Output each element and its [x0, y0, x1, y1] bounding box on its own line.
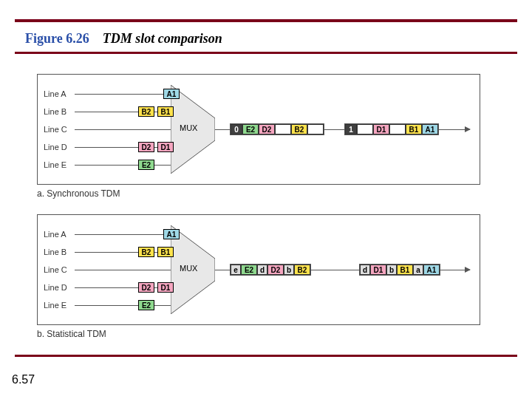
wire [75, 234, 178, 235]
slot-b2: B2 [138, 247, 154, 257]
cell: D1 [373, 124, 389, 134]
cell-empty [389, 124, 406, 134]
cell: D1 [370, 265, 386, 275]
title-underline [15, 52, 517, 54]
addr: b [386, 265, 397, 275]
panel-statistical-tdm: Line A A1 Line B B2 B1 Line C Line D D2 … [37, 214, 480, 325]
panel-b-caption: b. Statistical TDM [37, 329, 106, 339]
line-c-label: Line C [44, 265, 75, 274]
cell-empty [275, 124, 291, 134]
frame-a-0: 0 E2 D2 B2 [230, 123, 324, 135]
slot-e2: E2 [138, 160, 154, 170]
addr: d [257, 265, 267, 275]
slot-a1: A1 [163, 89, 180, 99]
line-b-row: Line B B2 B1 [44, 103, 180, 120]
frame-b-1: e E2 d D2 b B2 [230, 264, 311, 276]
slot-d2: D2 [138, 282, 154, 293]
frame-a-1: 1 D1 B1 A1 [344, 123, 439, 135]
line-b-label: Line B [44, 107, 75, 116]
cell: D2 [259, 124, 275, 134]
line-c-row: Line C [44, 120, 180, 138]
line-c-row: Line C [44, 261, 180, 279]
line-d-label: Line D [44, 143, 75, 151]
page-number: 6.57 [12, 373, 35, 386]
cell: D2 [267, 265, 284, 275]
panel-synchronous-tdm: Line A A1 Line B B2 B1 Line C Line D D2 … [37, 74, 480, 185]
slot-e2: E2 [138, 300, 154, 310]
line-a-label: Line A [44, 89, 75, 98]
slot-a1: A1 [163, 229, 180, 239]
slot-b1: B1 [157, 247, 174, 257]
line-e-row: Line E E2 [44, 296, 180, 314]
line-b-label: Line B [44, 248, 75, 256]
wire [75, 270, 178, 270]
cell-empty [307, 124, 324, 134]
slot-d1: D1 [157, 142, 174, 152]
arrowhead-icon [465, 267, 471, 273]
wire [75, 165, 178, 166]
arrowhead-icon [465, 126, 471, 132]
line-d-row: Line D D2 D1 [44, 138, 180, 156]
wire [75, 129, 178, 130]
slot-b1: B1 [157, 106, 174, 117]
frame-b-2: d D1 b B1 a A1 [359, 264, 440, 276]
bottom-rule [15, 355, 517, 357]
cell: A1 [422, 124, 438, 134]
inputs-a: Line A A1 Line B B2 B1 Line C Line D D2 … [44, 85, 180, 174]
cell: E2 [241, 265, 257, 275]
line-a-label: Line A [44, 230, 75, 239]
cell: E2 [242, 124, 259, 134]
line-d-row: Line D D2 D1 [44, 279, 180, 296]
addr: b [284, 265, 294, 275]
slot-b2: B2 [138, 106, 154, 117]
top-rule [15, 19, 517, 22]
line-e-row: Line E E2 [44, 156, 180, 174]
figure-title: Figure 6.26 TDM slot comparison [25, 31, 222, 47]
cell: B2 [291, 124, 307, 134]
cell: B1 [406, 124, 422, 134]
cell-empty [357, 124, 373, 134]
line-d-label: Line D [44, 283, 75, 292]
frame-header: 1 [345, 124, 357, 134]
mux-label: MUX [180, 264, 197, 273]
line-b-row: Line B B2 B1 [44, 243, 180, 261]
line-e-label: Line E [44, 301, 75, 310]
mux-label: MUX [180, 123, 197, 132]
figure-number: Figure 6.26 [25, 31, 89, 46]
panel-a-caption: a. Synchronous TDM [37, 188, 120, 199]
cell: B1 [397, 265, 413, 275]
figure-caption: TDM slot comparison [103, 31, 222, 46]
inputs-b: Line A A1 Line B B2 B1 Line C Line D D2 … [44, 225, 180, 314]
frame-header: 0 [231, 124, 242, 134]
cell: B2 [294, 265, 310, 275]
line-c-label: Line C [44, 125, 75, 134]
addr: d [360, 265, 370, 275]
line-a-row: Line A A1 [44, 85, 180, 103]
addr: e [231, 265, 241, 275]
wire [75, 305, 178, 306]
slot-d1: D1 [157, 282, 174, 293]
slot-d2: D2 [138, 142, 154, 152]
line-a-row: Line A A1 [44, 225, 180, 243]
wire [75, 94, 178, 95]
cell: A1 [423, 265, 440, 275]
line-e-label: Line E [44, 160, 75, 169]
addr: a [413, 265, 423, 275]
